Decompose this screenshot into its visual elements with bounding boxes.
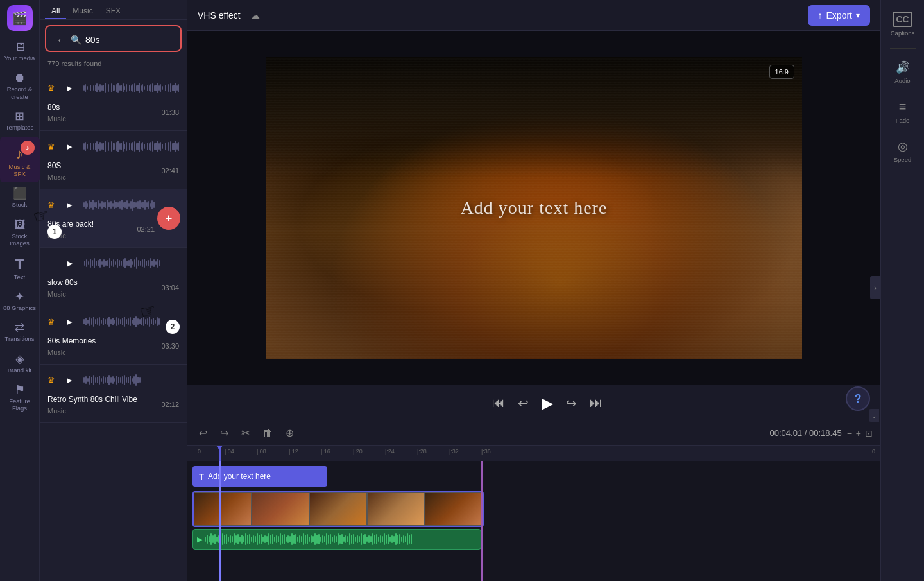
sidebar-item-transitions[interactable]: ⇄ Transitions [0,317,40,347]
speed-label: Speed [894,156,911,163]
play-button-3[interactable]: ▶ [60,196,78,214]
text-clip[interactable]: T Add your text here [193,466,327,487]
music-list: ♛ ▶ 80s Music 01:38 ♛ ▶ [40,73,187,581]
sidebar-item-fade[interactable]: ≡ Fade [883,93,923,130]
sidebar-item-label: Feature Flags [3,397,37,412]
video-clip[interactable] [193,491,484,527]
right-sidebar-divider [890,48,916,49]
list-item[interactable]: ▶ slow 80s Music 03:04 [40,248,187,306]
timeline-section: ↩ ↪ ✂ 🗑 ⊕ 00:04.01 / 00:18.45 − + ⊡ 0 [187,421,880,581]
play-button-2[interactable]: ▶ [60,137,78,155]
sidebar-item-stock[interactable]: ⬛ Stock [0,182,40,213]
skip-start-button[interactable]: ⏮ [492,395,505,410]
music-type: Music [47,349,66,356]
tab-all[interactable]: All [45,4,66,19]
sidebar-item-label: 88 Graphics [3,304,36,311]
search-container: ‹ 🔍 [45,25,182,52]
music-item-top: ▶ [47,254,179,272]
sidebar-item-templates[interactable]: ⊞ Templates [0,105,40,136]
search-bar-inner: ‹ 🔍 [53,33,174,47]
project-name: VHS effect [198,10,241,21]
skip-end-button[interactable]: ⏭ [590,395,603,410]
timeline-toolbar: ↩ ↪ ✂ 🗑 ⊕ 00:04.01 / 00:18.45 − + ⊡ [187,421,880,446]
waveform-4 [84,254,179,272]
tab-sfx[interactable]: SFX [99,4,127,19]
music-type: Music [47,115,66,123]
play-button-6[interactable]: ▶ [60,371,78,389]
music-item-info: 80s Memories Music 03:30 [47,334,179,358]
list-item[interactable]: ♛ ▶ 80S Music 02:41 [40,131,187,189]
export-button[interactable]: ↑ Export ▾ [808,5,870,26]
music-title: Retro Synth 80s Chill Vibe [47,395,137,404]
delete-button[interactable]: 🗑 [259,425,277,442]
collapse-right-panel-button[interactable]: › [870,276,880,299]
playhead-triangle [216,446,223,450]
tab-music[interactable]: Music [66,4,99,19]
sidebar-item-speed[interactable]: ◎ Speed [883,133,923,169]
play-button-5[interactable]: ▶ [60,313,78,331]
undo-button[interactable]: ↩ [195,424,211,442]
music-type: Music [47,290,66,298]
record-icon: ⏺ [14,72,26,83]
fit-button[interactable]: ⊡ [865,428,873,438]
cursor-badge-1: 1 [47,225,62,239]
sidebar-item-stock-images[interactable]: 🖼 Stockimages [0,214,40,252]
sidebar-item-label: Music &SFX [9,163,31,178]
music-duration: 03:04 [161,284,179,291]
sidebar-item-music-sfx[interactable]: ♪ ♪ Music &SFX [0,137,40,183]
sidebar-item-feature-flags[interactable]: ⚑ Feature Flags [0,379,40,417]
play-pause-button[interactable]: ▶ [542,394,553,412]
sidebar-item-captions[interactable]: CC Captions [883,5,923,43]
zoom-out-button[interactable]: − [847,428,852,438]
video-text-overlay[interactable]: Add your text here [461,198,608,218]
list-item[interactable]: ♛ ▶ + 80s are back! Music 02:21 [40,189,187,248]
redo-button[interactable]: ↪ [216,424,232,442]
cursor-badge-2: 2 [166,320,180,334]
video-thumb-3 [309,492,367,526]
video-background: Add your text here [266,57,802,359]
music-item-top: ♛ ▶ [47,137,179,155]
audio-clip[interactable]: ▶ [193,529,481,550]
panel-tabs: All Music SFX [40,0,187,20]
video-track [187,489,880,526]
sidebar-item-record[interactable]: ⏺ Record &create [0,67,40,105]
music-item-top: ♛ ▶ [47,196,155,214]
forward-button[interactable]: ↪ [566,395,577,411]
help-button[interactable]: ? [846,386,870,411]
playback-center: ⏮ ↩ ▶ ↪ ⏭ [492,394,603,412]
search-back-button[interactable]: ‹ [53,33,67,47]
premium-badge: ♛ [47,83,55,93]
sidebar-item-text[interactable]: T Text [0,252,40,286]
video-preview: Add your text here 16:9 [266,57,802,359]
sidebar-item-graphics[interactable]: ✦ 88 Graphics [0,286,40,317]
audio-waveform [205,533,477,546]
play-button-1[interactable]: ▶ [60,79,78,97]
sidebar-item-brand[interactable]: ◈ Brand kit [0,348,40,379]
collapse-timeline-button[interactable]: ⌄ [869,409,879,422]
music-title: slow 80s [47,278,78,287]
cut-button[interactable]: ✂ [237,424,253,442]
sidebar-item-label: Stockimages [10,232,30,247]
list-item[interactable]: ♛ ▶ Retro Synth 80s Chill Vibe Music 02:… [40,365,187,423]
music-item-info: slow 80s Music 03:04 [47,276,179,299]
zoom-in-button[interactable]: + [856,428,861,438]
music-item-top: ♛ ▶ [47,313,179,331]
sidebar-item-label: Text [14,273,25,281]
sidebar-item-your-media[interactable]: 🖥 Your media [0,36,40,67]
music-duration: 02:41 [161,167,179,175]
aspect-ratio-badge: 16:9 [769,65,794,79]
waveform-3 [83,196,155,214]
zoom-controls: − + ⊡ [847,428,873,438]
add-to-timeline-button[interactable]: + [157,207,180,230]
music-duration: 02:21 [137,225,155,233]
audio-clip-icon: ▶ [197,535,202,544]
more-button[interactable]: ⊕ [282,424,298,442]
rewind-button[interactable]: ↩ [518,395,529,411]
list-item[interactable]: ♛ ▶ 80s Memories Music 03:30 [40,306,187,365]
play-button-4[interactable]: ▶ [61,254,79,272]
search-input[interactable] [85,35,198,45]
sidebar-item-audio[interactable]: 🔊 Audio [883,54,923,91]
search-icon: 🔍 [71,35,81,45]
audio-track: ▶ [187,526,880,552]
list-item[interactable]: ♛ ▶ 80s Music 01:38 [40,73,187,131]
